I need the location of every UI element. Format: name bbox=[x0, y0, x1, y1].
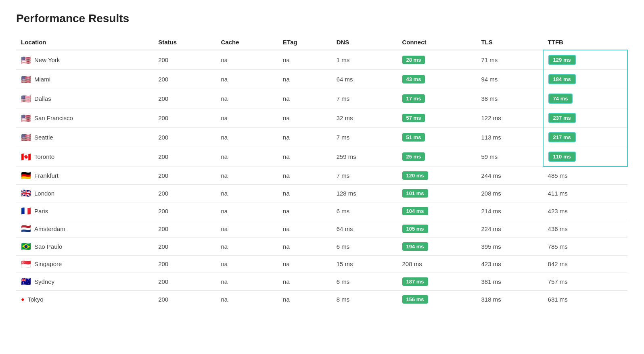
dns-cell: 64 ms bbox=[332, 220, 397, 237]
status-cell: 200 bbox=[153, 70, 216, 89]
column-header-etag: ETag bbox=[278, 35, 332, 50]
ttfb-cell: 436 ms bbox=[543, 220, 627, 237]
ttfb-cell: 757 ms bbox=[543, 273, 627, 290]
ttfb-cell: 411 ms bbox=[543, 184, 627, 202]
status-cell: 200 bbox=[153, 290, 216, 308]
etag-cell: na bbox=[278, 220, 332, 237]
connect-cell: 120 ms bbox=[397, 167, 477, 184]
location-cell: 🇦🇺Sydney bbox=[16, 273, 153, 290]
connect-badge: 120 ms bbox=[402, 171, 428, 180]
flag-icon: 🇦🇺 bbox=[21, 277, 31, 285]
flag-icon: 🇩🇪 bbox=[21, 171, 31, 179]
connect-badge: 156 ms bbox=[402, 295, 428, 304]
ttfb-cell: 842 ms bbox=[543, 255, 627, 273]
table-row: 🇳🇱Amsterdam200nana64 ms105 ms224 ms436 m… bbox=[16, 220, 627, 237]
tls-cell: 38 ms bbox=[477, 89, 543, 108]
dns-cell: 7 ms bbox=[332, 167, 397, 184]
location-cell: 🇬🇧London bbox=[16, 184, 153, 202]
flag-icon: 🇧🇷 bbox=[21, 242, 31, 250]
table-row: 🇺🇸Seattle200nana7 ms51 ms113 ms217 ms bbox=[16, 128, 627, 147]
ttfb-highlighted-badge: 217 ms bbox=[548, 132, 576, 142]
table-header-row: LocationStatusCacheETagDNSConnectTLSTTFB bbox=[16, 35, 627, 50]
cache-cell: na bbox=[216, 128, 278, 147]
table-row: 🇸🇬Singapore200nana15 ms208 ms423 ms842 m… bbox=[16, 255, 627, 273]
tls-cell: 381 ms bbox=[477, 273, 543, 290]
etag-cell: na bbox=[278, 167, 332, 184]
connect-badge: 25 ms bbox=[402, 152, 425, 161]
flag-icon: 🇸🇬 bbox=[21, 260, 31, 268]
ttfb-highlighted-badge: 184 ms bbox=[548, 74, 576, 84]
tls-cell: 244 ms bbox=[477, 167, 543, 184]
status-cell: 200 bbox=[153, 147, 216, 167]
dns-cell: 1 ms bbox=[332, 50, 397, 70]
status-cell: 200 bbox=[153, 202, 216, 220]
location-name: London bbox=[34, 190, 54, 197]
flag-icon: 🇳🇱 bbox=[21, 225, 31, 233]
etag-cell: na bbox=[278, 290, 332, 308]
ttfb-cell: 74 ms bbox=[543, 89, 627, 108]
etag-cell: na bbox=[278, 202, 332, 220]
connect-cell: 194 ms bbox=[397, 237, 477, 255]
location-name: Singapore bbox=[34, 260, 62, 267]
connect-badge: 43 ms bbox=[402, 75, 425, 83]
location-name: Paris bbox=[34, 208, 48, 214]
column-header-ttfb: TTFB bbox=[543, 35, 627, 50]
flag-icon: 🇺🇸 bbox=[21, 95, 31, 103]
status-cell: 200 bbox=[153, 50, 216, 70]
status-cell: 200 bbox=[153, 128, 216, 147]
flag-icon: 🇺🇸 bbox=[21, 114, 31, 122]
location-name: Seattle bbox=[34, 134, 53, 141]
connect-cell: 156 ms bbox=[397, 290, 477, 308]
location-cell: 🇳🇱Amsterdam bbox=[16, 220, 153, 237]
ttfb-highlighted-badge: 110 ms bbox=[548, 152, 576, 162]
cache-cell: na bbox=[216, 220, 278, 237]
connect-cell: 28 ms bbox=[397, 50, 477, 70]
dns-cell: 7 ms bbox=[332, 89, 397, 108]
tls-cell: 318 ms bbox=[477, 290, 543, 308]
connect-badge: 194 ms bbox=[402, 242, 428, 251]
location-name: Tokyo bbox=[27, 296, 43, 303]
status-cell: 200 bbox=[153, 184, 216, 202]
cache-cell: na bbox=[216, 290, 278, 308]
dns-cell: 6 ms bbox=[332, 237, 397, 255]
connect-cell: 105 ms bbox=[397, 220, 477, 237]
tls-cell: 214 ms bbox=[477, 202, 543, 220]
page-title: Performance Results bbox=[16, 12, 628, 25]
connect-cell: 51 ms bbox=[397, 128, 477, 147]
cache-cell: na bbox=[216, 255, 278, 273]
table-row: 🇺🇸Dallas200nana7 ms17 ms38 ms74 ms bbox=[16, 89, 627, 108]
cache-cell: na bbox=[216, 70, 278, 89]
ttfb-cell: 785 ms bbox=[543, 237, 627, 255]
dns-cell: 7 ms bbox=[332, 128, 397, 147]
flag-icon: 🇫🇷 bbox=[21, 207, 31, 215]
dns-cell: 8 ms bbox=[332, 290, 397, 308]
cache-cell: na bbox=[216, 108, 278, 128]
ttfb-cell: 237 ms bbox=[543, 108, 627, 128]
location-cell: 🇺🇸San Francisco bbox=[16, 108, 153, 128]
table-row: 🇺🇸New York200nana1 ms28 ms71 ms129 ms bbox=[16, 50, 627, 70]
location-cell: 🇨🇦Toronto bbox=[16, 147, 153, 167]
table-row: 🇬🇧London200nana128 ms101 ms208 ms411 ms bbox=[16, 184, 627, 202]
etag-cell: na bbox=[278, 108, 332, 128]
connect-badge: 104 ms bbox=[402, 207, 428, 215]
dns-cell: 6 ms bbox=[332, 273, 397, 290]
connect-cell: 25 ms bbox=[397, 147, 477, 167]
cache-cell: na bbox=[216, 237, 278, 255]
status-cell: 200 bbox=[153, 237, 216, 255]
connect-cell: 57 ms bbox=[397, 108, 477, 128]
flag-icon: 🇺🇸 bbox=[21, 133, 31, 142]
connect-badge: 101 ms bbox=[402, 189, 428, 198]
column-header-status: Status bbox=[153, 35, 216, 50]
table-row: 🇫🇷Paris200nana6 ms104 ms214 ms423 ms bbox=[16, 202, 627, 220]
connect-cell: 101 ms bbox=[397, 184, 477, 202]
ttfb-cell: 110 ms bbox=[543, 147, 627, 167]
location-name: New York bbox=[34, 56, 60, 63]
location-name: Dallas bbox=[34, 95, 51, 102]
status-cell: 200 bbox=[153, 108, 216, 128]
etag-cell: na bbox=[278, 128, 332, 147]
cache-cell: na bbox=[216, 167, 278, 184]
connect-badge: 51 ms bbox=[402, 133, 425, 142]
location-name: Sydney bbox=[34, 278, 54, 285]
tls-cell: 122 ms bbox=[477, 108, 543, 128]
status-cell: 200 bbox=[153, 273, 216, 290]
